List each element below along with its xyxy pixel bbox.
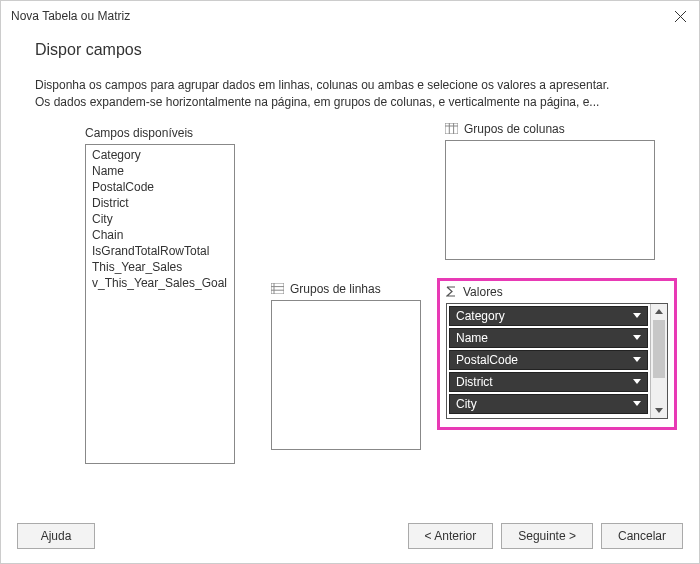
help-button[interactable]: Ajuda — [17, 523, 95, 549]
list-item[interactable]: District — [86, 195, 234, 211]
values-item[interactable]: District — [449, 372, 648, 392]
sigma-icon — [446, 286, 457, 297]
chevron-down-icon[interactable] — [633, 401, 641, 406]
row-groups-section: Grupos de linhas — [271, 282, 421, 450]
page-description: Disponha os campos para agrupar dados em… — [1, 77, 699, 112]
svg-rect-2 — [445, 123, 458, 134]
table-columns-icon — [445, 123, 458, 134]
chevron-down-icon[interactable] — [633, 379, 641, 384]
list-item[interactable]: PostalCode — [86, 179, 234, 195]
next-button[interactable]: Seguinte > — [501, 523, 593, 549]
column-groups-dropzone[interactable] — [445, 140, 655, 260]
values-item[interactable]: City — [449, 394, 648, 414]
list-item[interactable]: City — [86, 211, 234, 227]
values-scrollbar[interactable] — [650, 304, 667, 418]
close-icon — [675, 11, 686, 22]
scroll-down-button[interactable] — [651, 403, 667, 418]
svg-rect-6 — [271, 283, 284, 294]
row-groups-label: Grupos de linhas — [290, 282, 381, 296]
table-rows-icon — [271, 283, 284, 294]
available-fields-section: Campos disponíveis Category Name PostalC… — [85, 126, 235, 464]
values-list[interactable]: Category Name PostalCode District City — [446, 303, 668, 419]
close-button[interactable] — [671, 7, 689, 25]
list-item[interactable]: IsGrandTotalRowTotal — [86, 243, 234, 259]
chevron-up-icon — [655, 309, 663, 314]
available-fields-label: Campos disponíveis — [85, 126, 235, 140]
cancel-button[interactable]: Cancelar — [601, 523, 683, 549]
chevron-down-icon[interactable] — [633, 313, 641, 318]
values-item[interactable]: Category — [449, 306, 648, 326]
column-groups-label: Grupos de colunas — [464, 122, 565, 136]
values-item[interactable]: Name — [449, 328, 648, 348]
values-item[interactable]: PostalCode — [449, 350, 648, 370]
button-bar: Ajuda < Anterior Seguinte > Cancelar — [1, 509, 699, 563]
values-label: Valores — [463, 285, 503, 299]
list-item[interactable]: Name — [86, 163, 234, 179]
list-item[interactable]: Category — [86, 147, 234, 163]
available-fields-list[interactable]: Category Name PostalCode District City C… — [85, 144, 235, 464]
scroll-thumb[interactable] — [653, 320, 665, 378]
chevron-down-icon[interactable] — [633, 357, 641, 362]
column-groups-section: Grupos de colunas — [445, 122, 655, 260]
window-title: Nova Tabela ou Matriz — [11, 9, 130, 23]
chevron-down-icon — [655, 408, 663, 413]
row-groups-dropzone[interactable] — [271, 300, 421, 450]
page-title: Dispor campos — [35, 41, 665, 59]
values-section: Valores Category Name PostalCode Distric… — [437, 278, 677, 430]
list-item[interactable]: v_This_Year_Sales_Goal — [86, 275, 234, 291]
list-item[interactable]: Chain — [86, 227, 234, 243]
list-item[interactable]: This_Year_Sales — [86, 259, 234, 275]
title-bar: Nova Tabela ou Matriz — [1, 1, 699, 31]
chevron-down-icon[interactable] — [633, 335, 641, 340]
scroll-up-button[interactable] — [651, 304, 667, 319]
back-button[interactable]: < Anterior — [408, 523, 494, 549]
